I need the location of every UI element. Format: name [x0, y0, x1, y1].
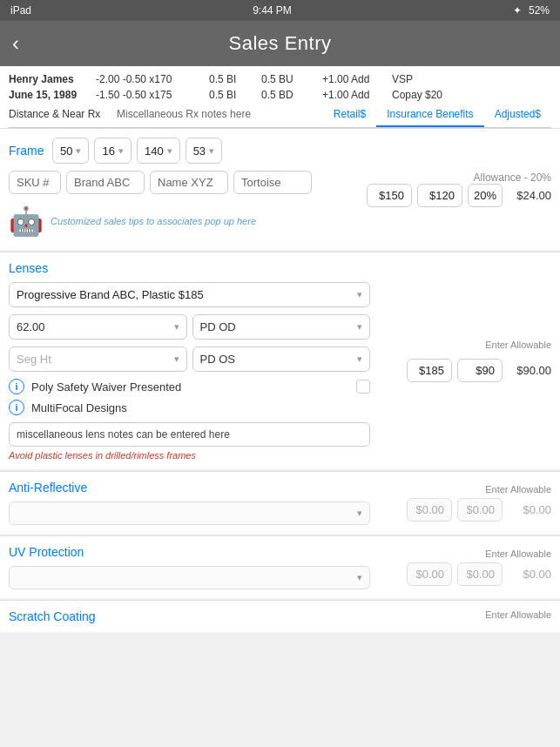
frame-size-3-value: 140: [145, 145, 164, 158]
patient-row-1: Henry James -2.00 -0.50 x170 0.5 BI 0.5 …: [9, 71, 551, 87]
scratch-right: Enter Allowable: [377, 609, 551, 623]
uv-allowance-price[interactable]: $0.00: [457, 562, 503, 586]
patient-row-2: June 15, 1989 -1.50 -0.50 x175 0.5 BI 0.…: [9, 87, 551, 103]
lenses-enter-allowable: Enter Allowable: [485, 340, 551, 350]
patient-dob: June 15, 1989: [9, 89, 87, 101]
status-right: ✦ 52%: [513, 4, 550, 17]
frame-size-4-value: 53: [193, 145, 206, 158]
robot-tip-area: 🤖 Customized sales tips to associates po…: [9, 201, 370, 241]
uv-adjusted-price: $0.00: [508, 568, 551, 581]
multifocal-info-icon[interactable]: i: [9, 400, 24, 415]
robot-icon: 🤖: [9, 205, 44, 238]
frame-size-1-value: 50: [60, 145, 72, 158]
frame-size-1-dropdown[interactable]: 50 ▾: [52, 138, 89, 164]
ar-dropdown-row: ▾: [9, 501, 370, 525]
lenses-section: Lenses Progressive Brand ABC, Plastic $1…: [0, 252, 560, 469]
poly-safety-info-icon[interactable]: i: [9, 379, 24, 394]
frame-section: Frame 50 ▾ 16 ▾ 140 ▾ 53 ▾: [0, 129, 560, 250]
color-field[interactable]: Tortoise: [233, 171, 312, 194]
tab-insurance[interactable]: Insurance Benefits: [376, 103, 483, 127]
frame-adjusted-price: $24.00: [508, 189, 551, 202]
patient-rx1: -2.00 -0.50 x170: [96, 73, 200, 85]
patient-bd: 0.5 BD: [261, 89, 314, 101]
frame-dropdowns: Frame 50 ▾ 16 ▾ 140 ▾ 53 ▾: [9, 138, 370, 164]
chevron-down-icon: ▾: [357, 508, 362, 519]
name-field[interactable]: Name XYZ: [150, 171, 228, 194]
lenses-section-label: Lenses: [9, 261, 370, 275]
frame-retail-price[interactable]: $150: [367, 184, 412, 207]
pd-od-label: PD OD: [200, 320, 236, 333]
pd-os-label: PD OS: [200, 353, 235, 366]
tab-bar: Distance & Near Rx Miscellaneous Rx note…: [9, 103, 551, 128]
patient-copay: Copay $20: [392, 89, 442, 101]
sku-field[interactable]: SKU #: [9, 171, 61, 194]
ar-retail-price[interactable]: $0.00: [407, 498, 452, 522]
seg-ht-label: Seg Ht: [17, 353, 51, 366]
frame-size-3-dropdown[interactable]: 140 ▾: [137, 138, 180, 164]
uv-retail-price[interactable]: $0.00: [407, 562, 452, 586]
poly-safety-label: Poly Safety Waiver Presented: [31, 380, 349, 394]
chevron-down-icon: ▾: [357, 321, 362, 333]
poly-safety-row: i Poly Safety Waiver Presented: [9, 379, 370, 394]
seg-ht-dropdown[interactable]: Seg Ht ▾: [9, 347, 187, 372]
tab-retail[interactable]: Retail$: [323, 103, 376, 127]
lenses-right: Enter Allowable $185 $90 $90.00: [377, 261, 551, 461]
frame-left: Frame 50 ▾ 16 ▾ 140 ▾ 53 ▾: [9, 138, 377, 241]
scratch-coating-section: Scratch Coating Enter Allowable: [0, 601, 560, 632]
pd-os-dropdown[interactable]: PD OS ▾: [192, 347, 371, 372]
patient-info: Henry James -2.00 -0.50 x170 0.5 BI 0.5 …: [0, 66, 560, 129]
bluetooth-icon: ✦: [513, 4, 522, 17]
page-title: Sales Entry: [14, 32, 546, 55]
frame-price-row: $150 $120 20% $24.00: [367, 184, 551, 207]
scratch-content: Scratch Coating Enter Allowable: [9, 609, 551, 623]
pd-value: 62.00: [17, 320, 45, 333]
nav-bar: ‹ Sales Entry: [0, 21, 560, 66]
scratch-section-label: Scratch Coating: [9, 609, 370, 623]
ar-content: Anti-Reflective ▾ Enter Allowable $0.00 …: [9, 481, 551, 525]
frame-allowance-label: Allowance - 20%: [474, 172, 551, 184]
lens-notes[interactable]: miscellaneous lens notes can be entered …: [9, 422, 370, 447]
lenses-content: Lenses Progressive Brand ABC, Plastic $1…: [9, 261, 551, 461]
chevron-down-icon: ▾: [357, 353, 362, 365]
lens-selected-value: Progressive Brand ABC, Plastic $185: [17, 288, 204, 301]
back-button[interactable]: ‹: [12, 31, 19, 56]
uv-dropdown[interactable]: ▾: [9, 566, 370, 589]
lenses-adjusted-price: $90.00: [508, 364, 551, 377]
uv-content: UV Protection ▾ Enter Allowable $0.00 $0…: [9, 545, 551, 589]
ar-left: Anti-Reflective ▾: [9, 481, 377, 525]
frame-fields: SKU # Brand ABC Name XYZ Tortoise: [9, 171, 370, 194]
tab-adjusted[interactable]: Adjusted$: [484, 103, 551, 127]
scratch-left: Scratch Coating: [9, 609, 377, 623]
misc-notes: Miscellaneous Rx notes here: [113, 103, 323, 127]
pd-od-dropdown[interactable]: 62.00 ▾: [9, 314, 187, 340]
status-time: 9:44 PM: [253, 4, 292, 17]
frame-allowance-price[interactable]: $120: [417, 184, 462, 207]
lenses-retail-price[interactable]: $185: [407, 359, 452, 382]
patient-prism2: 0.5 BI: [209, 89, 253, 101]
ar-enter-allowable: Enter Allowable: [485, 484, 551, 495]
chevron-down-icon: ▾: [167, 145, 172, 157]
poly-safety-checkbox[interactable]: [356, 380, 370, 394]
chevron-down-icon: ▾: [357, 289, 362, 300]
frame-size-4-dropdown[interactable]: 53 ▾: [186, 138, 222, 164]
lens-pd-row: 62.00 ▾ PD OD ▾: [9, 314, 370, 340]
chevron-down-icon: ▾: [174, 321, 179, 333]
ar-price-row: $0.00 $0.00 $0.00: [407, 498, 551, 522]
uv-enter-allowable: Enter Allowable: [485, 548, 551, 559]
patient-bu: 0.5 BU: [261, 73, 314, 85]
uv-left: UV Protection ▾: [9, 545, 377, 589]
chevron-down-icon: ▾: [76, 145, 81, 157]
pd-od-label-dropdown[interactable]: PD OD ▾: [192, 314, 371, 340]
ar-dropdown[interactable]: ▾: [9, 501, 370, 525]
lenses-price-row: $185 $90 $90.00: [407, 359, 551, 382]
ar-allowance-price[interactable]: $0.00: [457, 498, 503, 522]
ar-adjusted-price: $0.00: [508, 503, 551, 516]
frame-pct[interactable]: 20%: [468, 184, 503, 207]
frame-right: Allowance - 20% $150 $120 20% $24.00: [377, 138, 551, 241]
brand-field[interactable]: Brand ABC: [66, 171, 145, 194]
chevron-down-icon: ▾: [174, 353, 179, 365]
avoid-text: Avoid plastic lenses in drilled/rimless …: [9, 450, 370, 461]
lenses-allowance-price[interactable]: $90: [457, 359, 503, 382]
frame-size-2-dropdown[interactable]: 16 ▾: [94, 138, 131, 164]
lens-selector[interactable]: Progressive Brand ABC, Plastic $185 ▾: [9, 282, 370, 307]
